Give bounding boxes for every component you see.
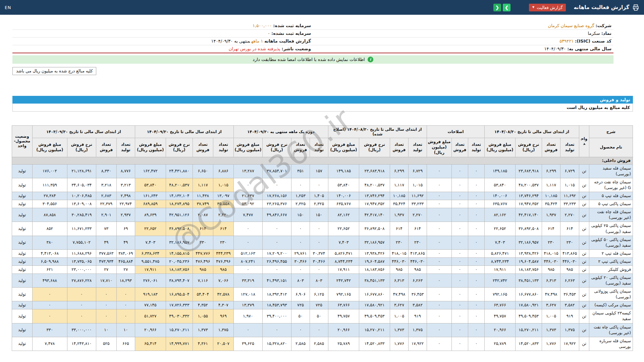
value-cell: ۰ <box>468 288 484 301</box>
product-name-cell: سیمان مرکب (کیسه) <box>589 301 633 309</box>
value-cell: ۰ <box>427 222 451 236</box>
value-cell: ۴۱۸,۰۱۵ <box>390 249 408 257</box>
value-cell: ۳۲,۱۸۶,۹۵۷ <box>166 236 193 249</box>
value-cell: ۳,۵۸۲ <box>560 301 579 309</box>
section-amounts-note: کلیه مبالغ به میلیون ریال است <box>12 104 633 112</box>
company-row: سال مالی منتهی به:۱۴۰۴/۰۹/۳۰وضعیت ناشر:پ… <box>12 45 613 53</box>
value-cell: ۶۳۵,۷۶۷ <box>328 200 359 208</box>
value-cell: ۰ <box>451 222 468 236</box>
value-cell: ۰ <box>427 178 451 192</box>
report-type-label: گزارش فعالیت <box>537 5 562 10</box>
product-name-cell: سیمان پاکتی ۲۰ کیلویی سفید (بورسی) <box>589 274 633 288</box>
value-cell: ۲,۴۹۸ <box>116 192 135 200</box>
value-cell: ۱۳,۷۴۶,۲۹۴ <box>516 192 542 200</box>
value-cell: ۳,۶۲۷ <box>390 301 408 309</box>
value-cell: ۶۸۹,۸۵۹ <box>135 200 166 208</box>
header-measure: مبلغ فروش (میلیون ریال) <box>484 138 515 157</box>
value-cell: ۰ <box>116 309 135 323</box>
chevron-down-icon: ▼ <box>532 6 534 9</box>
company-field: سرمایه ثبت نشده:۰ <box>12 30 313 38</box>
print-icon[interactable] <box>632 4 639 11</box>
signature-match-notice: i اطلاعات نمایش داده شده با اطلاعات امضا… <box>12 55 613 64</box>
value-cell: ۰ <box>468 178 484 192</box>
value-cell: ۰ <box>427 192 451 200</box>
product-row: سیمان فله سرباره بورسیتن۱۷,۹۲۲۱,۷۷۶۱۴,۵۲… <box>12 337 633 351</box>
value-cell: ۱۵۷ <box>310 164 328 178</box>
value-cell: ۹۸۵ <box>542 265 560 274</box>
value-cell: ۵۱۲,۱۶۳ <box>233 249 262 257</box>
value-cell: ۲,۵۸۵ <box>310 337 328 351</box>
value-cell: ۵۱,۷۲۷ <box>135 309 166 323</box>
value-cell: ۴۹,۵۰۹,۴۵۳ <box>359 309 390 323</box>
report-thead: شرحواحداز ابتدای سال مالی تا تاریخ ۱۴۰۴/… <box>12 126 633 157</box>
value-cell: ۱,۰۰۵ <box>390 309 408 323</box>
value-cell: ۰ <box>451 309 468 323</box>
language-toggle[interactable]: EN <box>5 5 11 10</box>
unit-cell: تن <box>579 274 589 288</box>
next-report-button[interactable]: ❯ <box>503 4 511 11</box>
value-cell: ۰ <box>451 301 468 309</box>
value-cell: ۷,۴۰۳ <box>328 236 359 249</box>
value-cell: ۲۱,۶۳۷ <box>233 192 262 200</box>
value-cell: ۰ <box>291 236 310 249</box>
value-cell: ۱۱۱,۳۵۹ <box>32 178 67 192</box>
value-cell: ۶۳۵,۷۶۷ <box>484 200 515 208</box>
value-cell: ۰ <box>451 274 468 288</box>
value-cell: ۶,۸۸۶ <box>213 164 233 178</box>
value-cell: ۴۸,۲۰۰,۵۳۷ <box>516 178 542 192</box>
value-cell: ۶۶۵ <box>116 337 135 351</box>
value-cell: ۱۵,۲۷۰,۲۱۱ <box>166 323 193 337</box>
value-cell: ۱,۳۷۵ <box>560 323 579 337</box>
info-icon: i <box>368 57 373 62</box>
value-cell: ۶۳,۷۶۶ <box>328 301 359 309</box>
value-cell: ۱,۹۳۷ <box>542 208 560 222</box>
value-cell: ۱,۱۱۷ <box>193 178 213 192</box>
value-cell: ۴۹ <box>116 236 135 249</box>
status-cell: تولید <box>12 288 32 301</box>
value-cell: ۰ <box>310 323 328 337</box>
value-cell: ۲۳۰ <box>213 236 233 249</box>
value-cell: ۴۷۶,۴۹۶ <box>213 257 233 265</box>
product-name-cell: کیسه۲۳ کیلویی سیمان سفید <box>589 309 633 323</box>
previous-report-button[interactable]: ❮ <box>493 4 501 11</box>
product-row: فروش کلینکرتن۹۸۵۹۸۵۱۸,۱۸۳,۷۵۶۱۷,۹۱۱۰۰۰۹۸… <box>12 265 633 274</box>
value-cell: ۰ <box>468 265 484 274</box>
value-cell: ۰ <box>427 274 451 288</box>
value-cell: ۷,۷۵۵,۱۰۲ <box>67 236 96 249</box>
company-field: گزارش فعالیت ماهانه۱ ماههمنتهی به ۱۴۰۴/۰… <box>12 38 313 45</box>
value-cell: ۱۳,۹۳۸,۴۲۶ <box>359 249 390 257</box>
value-cell: ۱,۹۷۰ <box>233 309 262 323</box>
company-field: وضعیت ناشر:پذیرفته شده در بورس تهران <box>12 45 313 53</box>
value-cell: ۳,۲۱۸ <box>96 178 116 192</box>
value-cell: ۲۲,۶۵۲ <box>328 222 359 236</box>
value-cell: ۳۵,۴۲۴ <box>390 200 408 208</box>
value-cell: ۸۰۷,۲۴۱ <box>233 257 262 265</box>
value-cell: ۵۰ <box>310 309 328 323</box>
value-cell: ۳۰,۴۶۶ <box>291 257 310 265</box>
value-cell: ۰ <box>427 265 451 274</box>
top-bar: گزارش فعالیت ماهانه گزارش فعالیت ▼ ❯ ❮ E… <box>0 0 644 15</box>
value-cell: ۶,۱۲۵ <box>310 288 328 301</box>
value-cell: ۵۳,۸۴۰ <box>328 178 359 192</box>
value-cell: ۴۸,۲۰۰,۵۳۷ <box>166 178 193 192</box>
report-type-dropdown[interactable]: گزارش فعالیت ▼ <box>529 4 566 11</box>
value-cell: ۴۹,۸۴۶,۶۶۷ <box>262 208 291 222</box>
value-cell: ۴۱۸,۰۱۵ <box>542 249 560 257</box>
value-cell: ۶۹ <box>116 222 135 236</box>
value-cell: ۰ <box>262 222 291 236</box>
company-field: نماد:سکرما <box>313 30 613 38</box>
value-cell: ۱۵,۳۲۸,۸۲۰ <box>262 337 291 351</box>
value-cell: ۰ <box>291 323 310 337</box>
value-cell: ۳۷۷,۵۶۳ <box>96 249 116 257</box>
value-cell: ۴۷۶,۴۹۶ <box>193 257 213 265</box>
value-cell: ۶۱۴ <box>213 222 233 236</box>
value-cell: ۳,۲۱۳ <box>116 178 135 192</box>
header-measure: مبلغ فروش (میلیون ریال) <box>32 138 67 157</box>
value-cell: ۱۱,۶۹۲ <box>408 192 427 200</box>
value-cell: ۱,۲۵۳ <box>291 192 310 200</box>
value-cell: ۳۰,۲۸۵,۴۱۹ <box>67 208 96 222</box>
value-cell: ۳۸۰ <box>32 236 67 249</box>
value-cell: ۶۳,۷۶۶ <box>484 301 515 309</box>
value-cell: ۶۱۴ <box>390 222 408 236</box>
value-cell: ۶,۶۵۰ <box>193 164 213 178</box>
